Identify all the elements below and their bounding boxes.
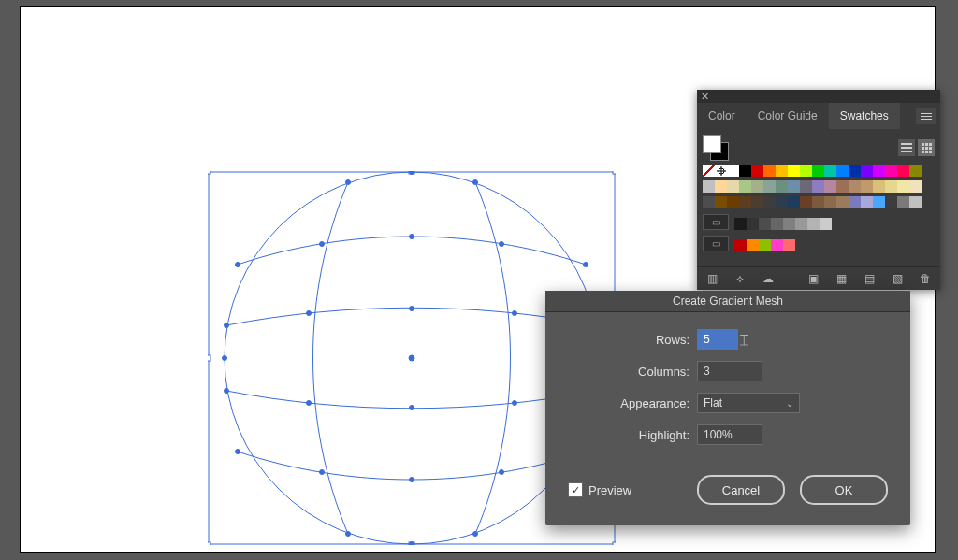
swatch[interactable] bbox=[897, 165, 909, 177]
new-color-group-icon[interactable]: ▣ bbox=[806, 271, 820, 286]
ok-button[interactable]: OK bbox=[800, 475, 888, 505]
swatch[interactable] bbox=[836, 165, 849, 177]
edit-swatch-icon[interactable]: ▦ bbox=[834, 271, 849, 286]
swatch[interactable] bbox=[703, 196, 715, 208]
swatch[interactable] bbox=[861, 180, 873, 193]
folder-icon[interactable]: ▤ bbox=[862, 271, 877, 286]
rows-input[interactable] bbox=[697, 329, 738, 350]
swatch[interactable] bbox=[824, 165, 836, 177]
swatch[interactable] bbox=[727, 165, 739, 177]
swatch[interactable] bbox=[715, 180, 727, 193]
highlight-label: Highlight: bbox=[568, 428, 689, 442]
swatch[interactable] bbox=[849, 196, 861, 208]
swatch[interactable] bbox=[759, 239, 771, 251]
swatch[interactable] bbox=[776, 180, 788, 193]
swatch[interactable] bbox=[771, 239, 783, 251]
swatches-panel[interactable]: ✕ Color Color Guide Swatches bbox=[697, 90, 940, 290]
swatch[interactable] bbox=[739, 180, 751, 193]
swatch[interactable] bbox=[739, 196, 751, 208]
fill-stroke-swatch[interactable] bbox=[703, 135, 729, 161]
swatch[interactable] bbox=[861, 165, 873, 177]
swatch[interactable] bbox=[795, 218, 807, 230]
columns-input[interactable] bbox=[697, 361, 762, 381]
create-gradient-mesh-dialog[interactable]: Create Gradient Mesh Rows: ⌶ Columns: Ap… bbox=[545, 291, 910, 525]
swatch[interactable] bbox=[873, 196, 885, 208]
swatch[interactable] bbox=[788, 180, 800, 193]
svg-point-31 bbox=[513, 311, 517, 316]
swatch[interactable] bbox=[812, 196, 824, 208]
delete-swatch-icon[interactable]: 🗑 bbox=[918, 271, 933, 286]
swatch[interactable] bbox=[861, 196, 873, 208]
appearance-select[interactable]: Flat ⌄ bbox=[697, 393, 800, 413]
swatch[interactable] bbox=[747, 239, 759, 251]
tab-swatches[interactable]: Swatches bbox=[829, 103, 900, 129]
swatch[interactable] bbox=[800, 165, 812, 177]
swatch[interactable] bbox=[703, 180, 715, 193]
swatch[interactable] bbox=[751, 165, 763, 177]
swatch[interactable] bbox=[763, 196, 776, 208]
swatch[interactable] bbox=[873, 165, 885, 177]
swatch[interactable] bbox=[820, 218, 832, 230]
swatch[interactable] bbox=[739, 165, 751, 177]
tab-color[interactable]: Color bbox=[697, 103, 747, 129]
swatch[interactable] bbox=[836, 196, 849, 208]
swatch[interactable] bbox=[776, 165, 788, 177]
grid-view-button[interactable] bbox=[918, 139, 935, 156]
swatch[interactable] bbox=[763, 165, 776, 177]
swatch[interactable] bbox=[734, 239, 747, 251]
swatch[interactable] bbox=[788, 165, 800, 177]
cancel-button[interactable]: Cancel bbox=[697, 475, 785, 505]
swatch[interactable] bbox=[909, 196, 922, 208]
appearance-label: Appearance: bbox=[568, 396, 689, 410]
swatch[interactable] bbox=[788, 196, 800, 208]
swatch[interactable] bbox=[824, 196, 836, 208]
swatch-options-icon[interactable]: ☁ bbox=[761, 271, 776, 286]
swatch-group-icon[interactable]: ▭ bbox=[703, 236, 729, 251]
close-icon[interactable]: ✕ bbox=[701, 91, 709, 102]
preview-checkbox[interactable]: ✓ Preview bbox=[568, 482, 631, 497]
swatch[interactable] bbox=[747, 218, 759, 230]
swatch[interactable] bbox=[734, 218, 747, 230]
swatch-group-icon[interactable]: ▭ bbox=[703, 214, 729, 230]
swatch[interactable] bbox=[751, 180, 763, 193]
swatch[interactable] bbox=[909, 165, 922, 177]
swatch[interactable] bbox=[812, 165, 824, 177]
swatch[interactable] bbox=[715, 196, 727, 208]
swatch[interactable] bbox=[812, 180, 824, 193]
swatch[interactable] bbox=[824, 180, 836, 193]
new-swatch-icon[interactable]: ▧ bbox=[890, 271, 905, 286]
swatch-library-icon[interactable]: ▥ bbox=[704, 271, 719, 286]
swatch[interactable] bbox=[807, 218, 820, 230]
swatch[interactable] bbox=[800, 180, 812, 193]
swatch[interactable] bbox=[776, 196, 788, 208]
highlight-input[interactable] bbox=[697, 424, 762, 445]
swatch[interactable] bbox=[727, 196, 739, 208]
swatch[interactable] bbox=[783, 218, 795, 230]
swatch[interactable] bbox=[763, 180, 776, 193]
swatch[interactable] bbox=[849, 165, 861, 177]
swatch[interactable] bbox=[800, 196, 812, 208]
show-swatch-kinds-icon[interactable]: ⟡ bbox=[733, 271, 748, 286]
swatch[interactable] bbox=[897, 196, 909, 208]
swatch[interactable] bbox=[771, 218, 783, 230]
swatch[interactable] bbox=[909, 180, 922, 193]
swatch[interactable] bbox=[759, 218, 771, 230]
swatch[interactable] bbox=[885, 180, 897, 193]
swatch[interactable] bbox=[836, 180, 849, 193]
swatch[interactable] bbox=[897, 180, 909, 193]
swatch[interactable] bbox=[751, 196, 763, 208]
swatch[interactable] bbox=[885, 165, 897, 177]
swatch[interactable] bbox=[873, 180, 885, 193]
swatch[interactable] bbox=[727, 180, 739, 193]
panel-menu-icon[interactable] bbox=[916, 108, 936, 124]
swatch[interactable] bbox=[885, 196, 897, 208]
swatch[interactable] bbox=[783, 239, 795, 251]
tab-color-guide[interactable]: Color Guide bbox=[747, 103, 829, 129]
swatch[interactable] bbox=[849, 180, 861, 193]
swatch[interactable] bbox=[715, 165, 727, 177]
panel-topbar[interactable]: ✕ bbox=[697, 90, 940, 103]
rows-label: Rows: bbox=[568, 333, 689, 347]
list-view-button[interactable] bbox=[898, 139, 915, 156]
swatch[interactable] bbox=[703, 165, 715, 177]
text-cursor-icon: ⌶ bbox=[740, 332, 748, 347]
